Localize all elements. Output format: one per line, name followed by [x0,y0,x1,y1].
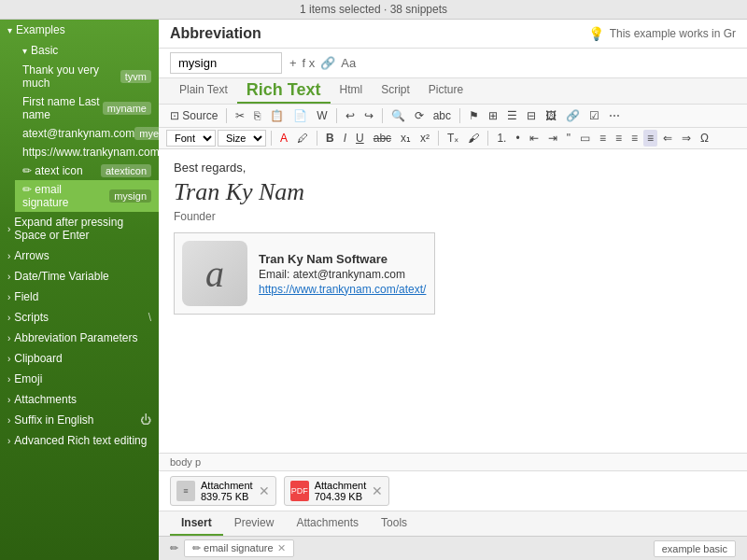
chevron-down-icon: ▾ [22,46,27,56]
more-btn[interactable]: ⋯ [605,107,624,124]
role-text: Founder [174,210,732,223]
chevron-right-icon: › [7,436,10,446]
basic-header[interactable]: ▾ Basic [15,40,159,61]
sidebar-item-2[interactable]: atext@trankynam.com myemail [15,124,159,143]
tab-attachments[interactable]: Attachments [285,511,370,536]
link-btn[interactable]: 🔗 [562,107,584,124]
subscript-btn[interactable]: x₁ [397,130,415,147]
source-btn[interactable]: ⊡ Source [166,107,221,124]
ul-btn[interactable]: • [512,130,523,147]
blockquote-btn[interactable]: " [563,130,574,147]
examples-section[interactable]: ▾ Examples [0,20,159,40]
website-link[interactable]: https://www.trankynam.com/atext/ [259,283,426,296]
grid-btn[interactable]: ⊞ [485,107,501,124]
find-btn[interactable]: 🔍 [388,107,409,124]
status-tag-close[interactable]: ✕ [277,542,286,554]
tab-insert[interactable]: Insert [170,511,223,536]
tab-script[interactable]: Script [372,78,419,104]
sidebar-item-0[interactable]: Thank you very much tyvm [15,61,159,92]
copy-btn[interactable]: ⎘ [250,107,264,124]
tab-preview[interactable]: Preview [223,511,286,536]
table-btn[interactable]: ⊟ [523,107,540,124]
sidebar-section-7[interactable]: ›Emoji [0,369,159,389]
flag-btn[interactable]: ⚑ [465,107,483,124]
indent-btn[interactable]: ⇥ [544,130,561,147]
spell-btn[interactable]: abc [430,107,455,124]
font-color-btn[interactable]: A [276,130,291,147]
strikethrough-btn[interactable]: abc [370,130,395,147]
sidebar-sections: ›Expand after pressing Space or Enter›Ar… [0,212,159,451]
sidebar-section-2[interactable]: ›Date/Time Variable [0,266,159,287]
tab-html[interactable]: Html [331,78,373,104]
undo-btn[interactable]: ↩ [342,107,359,124]
bold-btn[interactable]: B [322,130,338,147]
attachment-2-close[interactable]: ✕ [372,483,383,498]
section-label-1: Arrows [14,249,49,262]
abbrev-input[interactable] [170,52,282,74]
fx-action[interactable]: f x [303,56,316,70]
sidebar-item-label-2: atext@trankynam.com [22,127,134,140]
sidebar-section-10[interactable]: ›Advanced Rich text editing [0,430,159,451]
align-left-btn[interactable]: ≡ [596,130,610,147]
ltr-btn[interactable]: ⇒ [678,130,695,147]
paste-word-btn[interactable]: W [313,107,331,124]
paste-text-btn[interactable]: 📄 [289,107,311,124]
rtl-btn[interactable]: ⇐ [659,130,676,147]
copy-format-btn[interactable]: 🖌 [464,130,483,147]
sidebar-section-5[interactable]: ›Abbreviation Parameters [0,328,159,348]
cut-btn[interactable]: ✂ [232,107,248,124]
sidebar-section-8[interactable]: ›Attachments [0,389,159,410]
superscript-btn[interactable]: x² [416,130,433,147]
list-btn[interactable]: ☰ [503,107,521,124]
tab-plain-text[interactable]: Plain Text [170,78,237,104]
align-justify-btn[interactable]: ≡ [643,130,657,147]
underline-btn[interactable]: U [352,130,368,147]
highlight-btn[interactable]: 🖊 [293,130,312,147]
sidebar-item-label-3: https://www.trankynam.com/ate [22,146,159,159]
sidebar-item-badge-5: mysign [109,189,151,203]
attachment-1-info: Attachment 839.75 KB [201,480,253,502]
link-action[interactable]: 🔗 [320,56,335,70]
section-label-5: Abbreviation Parameters [14,331,137,344]
sidebar-item-3[interactable]: https://www.trankynam.com/ate mywww [15,143,159,161]
div-btn[interactable]: ▭ [576,130,594,147]
section-label-0: Expand after pressing Space or Enter [14,216,151,242]
size-select[interactable]: Size [218,130,266,147]
sidebar-section-0[interactable]: ›Expand after pressing Space or Enter [0,212,159,245]
remove-format-btn[interactable]: Tₓ [444,130,462,147]
sidebar-section-4[interactable]: ›Scripts\ [0,307,159,328]
ol-btn[interactable]: 1. [493,130,510,147]
editor-tab-bar: Plain Text Rich Text Html Script Picture [159,78,747,105]
status-label-left: ✏ email signature [192,542,274,554]
align-center-btn[interactable]: ≡ [612,130,626,147]
aa-action[interactable]: Aa [341,56,356,70]
tab-rich-text[interactable]: Rich Text [237,78,331,104]
font-select[interactable]: Font [166,130,216,147]
sidebar-section-6[interactable]: ›Clipboard [0,348,159,369]
image-btn[interactable]: 🖼 [542,107,560,124]
align-right-btn[interactable]: ≡ [627,130,641,147]
check-btn[interactable]: ☑ [585,107,603,124]
paste-btn[interactable]: 📋 [266,107,288,124]
italic-btn[interactable]: I [340,130,350,147]
sidebar-item-5[interactable]: ✏ email signature mysign [15,180,159,212]
sidebar-section-3[interactable]: ›Field [0,287,159,307]
outdent-btn[interactable]: ⇤ [526,130,543,147]
replace-btn[interactable]: ⟳ [411,107,428,124]
section-label-10: Advanced Rich text editing [14,434,147,447]
sidebar-section-9[interactable]: ›Suffix in English⏻ [0,410,159,430]
sidebar-item-1[interactable]: First name Last name myname [15,92,159,124]
sidebar-item-label-5: ✏ email signature [22,183,109,209]
sidebar-item-label-1: First name Last name [22,95,103,121]
redo-btn[interactable]: ↪ [360,107,377,124]
tab-tools[interactable]: Tools [370,511,418,536]
chevron-right-icon: › [7,333,10,343]
editor-area[interactable]: Best regards, Tran Ky Nam Founder a Tran… [159,149,747,453]
add-action[interactable]: + [289,56,297,70]
attachment-1: ≡ Attachment 839.75 KB ✕ [170,476,276,506]
special-btn[interactable]: Ω [697,130,712,147]
tab-picture[interactable]: Picture [419,78,472,104]
sidebar-section-1[interactable]: ›Arrows [0,245,159,266]
sidebar-item-4[interactable]: ✏ atext icon atexticon [15,161,159,180]
attachment-1-close[interactable]: ✕ [259,483,270,498]
